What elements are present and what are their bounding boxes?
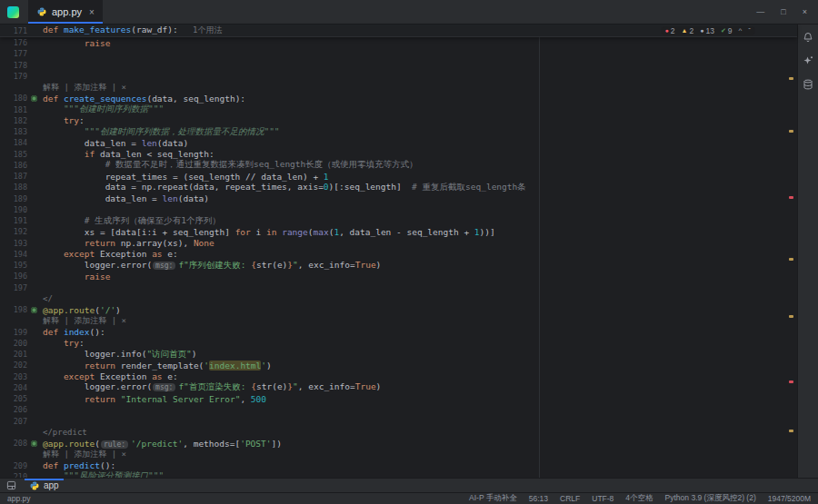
line-number: 197 [0, 283, 27, 292]
line-number: 192 [0, 227, 27, 236]
editor-tab-app-py[interactable]: app.py × [28, 0, 103, 24]
code-line[interactable]: 181 """创建时间序列数据""" [0, 104, 797, 115]
code-text: def index(): [40, 327, 105, 337]
code-line[interactable]: 210 """风险评分预测接口""" [0, 471, 797, 478]
code-line[interactable]: 203 except Exception as e: [0, 371, 797, 382]
statusbar-item[interactable]: CRLF [560, 494, 580, 503]
line-number: 198 [0, 305, 27, 314]
code-line[interactable]: 196 raise [0, 271, 797, 282]
code-line[interactable]: 208@app.route(rule:'/predict', methods=[… [0, 438, 797, 449]
code-line[interactable]: 177 [0, 48, 797, 59]
ai-gutter-icon[interactable] [27, 95, 40, 102]
statusbar-item[interactable]: 4个空格 [625, 493, 653, 504]
code-line[interactable]: 182 try: [0, 115, 797, 126]
inspections-widget[interactable]: ●2▲2●13✔9 ^ ˇ [661, 26, 755, 35]
minimize-button[interactable]: — [756, 7, 764, 16]
code-line[interactable]: 179 [0, 71, 797, 82]
inlay-hint-line[interactable]: 解释 | 添加注释 | × [0, 449, 797, 460]
statusbar-item[interactable]: 1947/5200M [768, 494, 811, 503]
inlay-hint-line[interactable]: </predict [0, 427, 797, 438]
statusbar-item[interactable]: UTF-8 [592, 494, 614, 503]
scrollbar-mark [789, 196, 793, 199]
scrollbar-mark [789, 77, 793, 80]
code-line[interactable]: 178 [0, 60, 797, 71]
inlay-hint-line[interactable]: 解释 | 添加注释 | × [0, 315, 797, 326]
line-number: 193 [0, 239, 27, 248]
scrollbar-mark [789, 258, 793, 261]
line-number: 196 [0, 272, 27, 281]
code-line[interactable]: 195 logger.error(msg:f"序列创建失败: {str(e)}"… [0, 260, 797, 271]
database-icon[interactable] [803, 79, 813, 90]
code-line[interactable]: 176 raise [0, 37, 797, 48]
inlay-hint-line[interactable]: </ [0, 293, 797, 304]
inspection-ok[interactable]: ✔9 [721, 26, 733, 35]
ai-gutter-icon[interactable] [27, 440, 40, 447]
code-line[interactable]: 187 repeat_times = (seq_length // data_l… [0, 171, 797, 182]
line-number: 181 [0, 105, 27, 114]
inspection-errors[interactable]: ●2 [665, 26, 675, 35]
code-line[interactable]: 205 return "Internal Server Error", 500 [0, 393, 797, 404]
sticky-code: def make_features(raw_df): 1个用法 [40, 25, 222, 36]
code-line[interactable]: 209def predict(): [0, 460, 797, 471]
code-line[interactable]: 191 # 生成序列（确保至少有1个序列） [0, 215, 797, 226]
code-text: # 生成序列（确保至少有1个序列） [40, 215, 221, 227]
code-line[interactable]: 202 return render_template('index.html') [0, 360, 797, 371]
run-tab[interactable]: app [25, 479, 64, 492]
line-number: 204 [0, 383, 27, 392]
bell-icon[interactable] [803, 32, 813, 43]
code-line[interactable]: 207 [0, 416, 797, 427]
inspection-weak-warnings[interactable]: ●13 [700, 26, 714, 35]
code-area[interactable]: 176 raise177178179解释 | 添加注释 | ×180def cr… [0, 37, 797, 478]
code-line[interactable]: 200 try: [0, 338, 797, 349]
tool-window-layout-icon[interactable] [5, 480, 16, 491]
tab-close-icon[interactable]: × [89, 7, 95, 17]
statusbar-item[interactable]: 56:13 [529, 494, 548, 503]
line-number: 195 [0, 261, 27, 270]
code-line[interactable]: 185 if data_len < seq_length: [0, 149, 797, 160]
code-line[interactable]: 204 logger.error(msg:f"首页渲染失败: {str(e)}"… [0, 382, 797, 393]
line-number: 199 [0, 328, 27, 337]
inspection-warnings[interactable]: ▲2 [682, 26, 694, 35]
statusbar-item[interactable]: Python 3.9 (深度风控2) (2) [665, 493, 756, 504]
line-number: 184 [0, 138, 27, 147]
line-number: 188 [0, 183, 27, 192]
code-text: logger.info("访问首页") [40, 349, 197, 361]
code-text: 解释 | 添加注释 | × [40, 449, 126, 460]
code-line[interactable]: 180def create_sequences(data, seq_length… [0, 93, 797, 104]
code-line[interactable]: 186 # 数据量不足时，通过重复数据来凑到seq_length长度（或使用零填… [0, 160, 797, 171]
code-line[interactable]: 193 return np.array(xs), None [0, 238, 797, 249]
bottom-toolbar: app [0, 478, 818, 492]
python-file-icon [36, 6, 47, 17]
close-button[interactable]: × [803, 7, 807, 16]
maximize-button[interactable]: □ [781, 7, 785, 16]
code-line[interactable]: 184 data_len = len(data) [0, 137, 797, 148]
ai-gutter-icon[interactable] [27, 307, 40, 313]
sticky-line-number: 171 [0, 26, 27, 35]
code-line[interactable]: 183 """创建时间序列数据，处理数据量不足的情况""" [0, 126, 797, 137]
sticky-scope-line[interactable]: 171 def make_features(raw_df): 1个用法 ●2▲2… [0, 25, 797, 37]
code-line[interactable]: 194 except Exception as e: [0, 249, 797, 260]
line-number: 191 [0, 216, 27, 225]
code-text: def predict(): [40, 460, 115, 470]
code-line[interactable]: 190 [0, 204, 797, 215]
scrollbar-stripe[interactable] [787, 37, 794, 478]
next-problem-icon[interactable]: ˇ [748, 27, 751, 35]
code-line[interactable]: 201 logger.info("访问首页") [0, 349, 797, 360]
line-number: 190 [0, 205, 27, 214]
code-line[interactable]: 199def index(): [0, 327, 797, 338]
run-tab-label: app [44, 480, 59, 490]
prev-problem-icon[interactable]: ^ [739, 27, 743, 35]
ai-assistant-icon[interactable] [803, 55, 813, 66]
statusbar-item[interactable]: AI-P 手动补全 [469, 493, 517, 504]
code-line[interactable]: 198@app.route('/') [0, 304, 797, 315]
code-line[interactable]: 206 [0, 404, 797, 415]
ide-logo-icon[interactable] [7, 6, 19, 18]
inlay-hint-line[interactable]: 解释 | 添加注释 | × [0, 82, 797, 93]
code-line[interactable]: 197 [0, 282, 797, 293]
code-line[interactable]: 188 data = np.repeat(data, repeat_times,… [0, 182, 797, 193]
statusbar: app.py AI-P 手动补全56:13CRLFUTF-84个空格Python… [0, 492, 818, 504]
line-number: 177 [0, 49, 27, 58]
code-line[interactable]: 192 xs = [data[i:i + seq_length] for i i… [0, 226, 797, 237]
code-line[interactable]: 189 data_len = len(data) [0, 193, 797, 204]
code-text: raise [40, 272, 110, 282]
